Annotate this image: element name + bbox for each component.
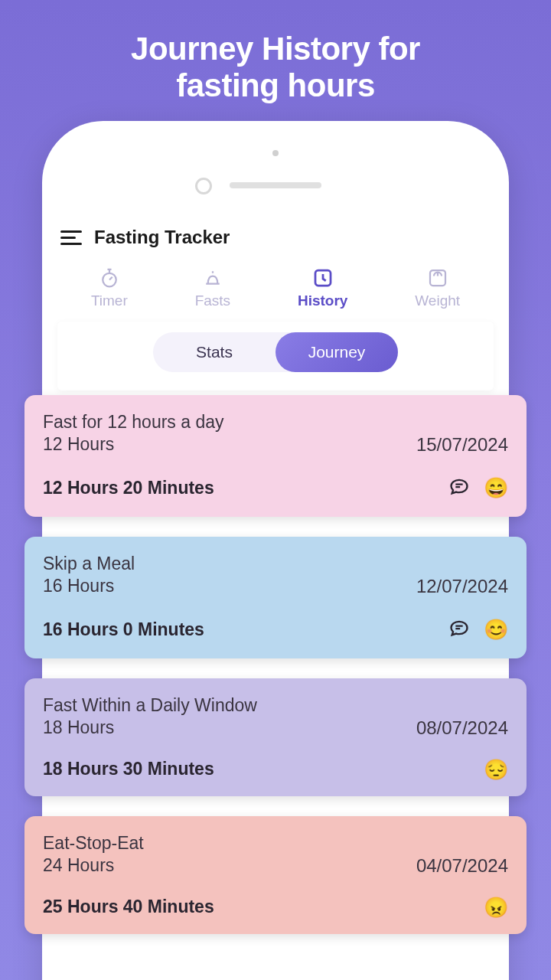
mood-emoji[interactable]: 😔 <box>484 760 508 779</box>
card-title: Fast for 12 hours a day <box>43 410 508 434</box>
card-target: 18 Hours <box>43 717 114 738</box>
promo-title: Journey History for fasting hours <box>0 0 551 105</box>
card-actual: 25 Hours 40 Minutes <box>43 897 214 917</box>
mood-emoji[interactable]: 😄 <box>484 478 508 498</box>
card-date: 12/07/2024 <box>416 576 508 597</box>
journey-list: Fast for 12 hours a day 12 Hours 15/07/2… <box>24 395 527 934</box>
journey-card[interactable]: Fast Within a Daily Window 18 Hours 08/0… <box>24 678 527 796</box>
card-title: Fast Within a Daily Window <box>43 694 508 717</box>
tab-weight[interactable]: Weight <box>415 266 460 309</box>
history-icon <box>311 266 334 289</box>
segment-journey[interactable]: Journey <box>276 332 398 372</box>
card-title: Eat-Stop-Eat <box>43 831 508 855</box>
comment-icon[interactable] <box>448 617 470 642</box>
tab-label: Timer <box>91 292 128 309</box>
mood-emoji[interactable]: 😊 <box>484 619 508 639</box>
weight-icon <box>426 266 449 289</box>
tab-bar: Timer Fasts History Weight <box>57 263 494 322</box>
card-target: 16 Hours <box>43 576 114 596</box>
journey-card[interactable]: Fast for 12 hours a day 12 Hours 15/07/2… <box>24 395 527 517</box>
tab-label: History <box>298 292 347 309</box>
card-title: Skip a Meal <box>43 552 508 576</box>
card-target: 24 Hours <box>43 855 114 876</box>
timer-icon <box>98 266 121 289</box>
phone-speaker <box>230 182 321 188</box>
card-actual: 18 Hours 30 Minutes <box>43 759 214 779</box>
app-title: Fasting Tracker <box>94 227 230 248</box>
comment-icon[interactable] <box>448 475 470 500</box>
card-date: 04/07/2024 <box>416 855 508 877</box>
card-actual: 12 Hours 20 Minutes <box>43 478 214 498</box>
card-target: 12 Hours <box>43 434 114 455</box>
phone-camera <box>195 178 212 194</box>
card-actual: 16 Hours 0 Minutes <box>43 619 204 640</box>
tab-timer[interactable]: Timer <box>91 266 128 309</box>
segmented-wrap: Stats Journey <box>57 322 494 390</box>
card-date: 15/07/2024 <box>416 434 508 456</box>
segmented-control: Stats Journey <box>153 332 398 372</box>
phone-notch-dot <box>272 150 279 156</box>
tab-history[interactable]: History <box>298 266 347 309</box>
journey-card[interactable]: Skip a Meal 16 Hours 12/07/2024 16 Hours… <box>24 537 527 658</box>
segment-stats[interactable]: Stats <box>153 332 276 372</box>
bell-icon <box>201 266 224 289</box>
tab-fasts[interactable]: Fasts <box>195 266 230 309</box>
menu-icon[interactable] <box>60 230 82 245</box>
tab-label: Fasts <box>195 292 230 309</box>
journey-card[interactable]: Eat-Stop-Eat 24 Hours 04/07/2024 25 Hour… <box>24 816 527 934</box>
app-header: Fasting Tracker <box>57 220 494 263</box>
tab-label: Weight <box>415 292 460 309</box>
mood-emoji[interactable]: 😠 <box>484 897 508 917</box>
card-date: 08/07/2024 <box>416 717 508 739</box>
